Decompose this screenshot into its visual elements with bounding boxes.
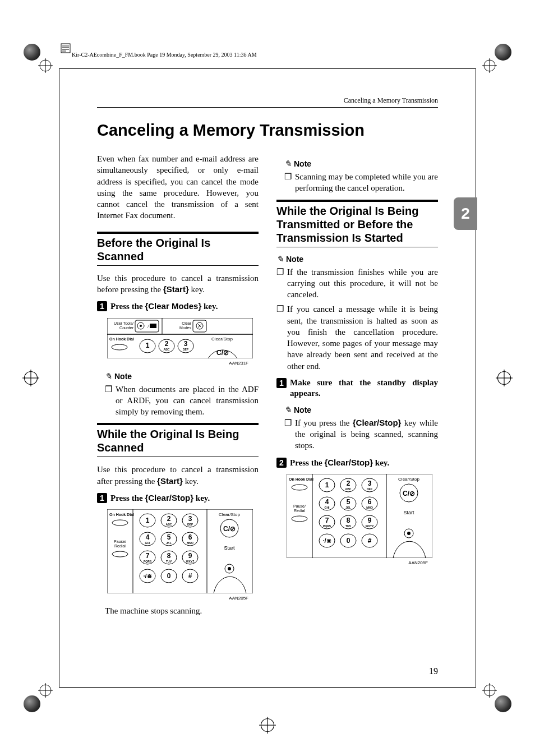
header-meta: Kir-C2-AEcombine_F_FM.book Page 19 Monda…	[72, 52, 257, 58]
svg-text:Start: Start	[403, 510, 414, 515]
page-content: Canceling a Memory Transmission Cancelin…	[59, 68, 476, 688]
svg-text:DEF: DEF	[183, 348, 188, 351]
section2-heading: While the Original Is Being Scanned	[97, 423, 259, 457]
crop-mark-bottom-right	[488, 689, 511, 712]
svg-rect-21	[61, 44, 70, 53]
step-number-1: 1	[276, 378, 287, 388]
target-left	[22, 370, 39, 386]
svg-text:Counter: Counter	[119, 326, 134, 330]
note-label: Note	[294, 159, 311, 168]
bullet-icon: ❒	[276, 266, 284, 301]
svg-text:7: 7	[325, 517, 329, 524]
svg-point-59	[112, 551, 128, 557]
section3-step1-note-head: ✎ Note	[276, 405, 438, 415]
svg-text:WXYZ: WXYZ	[366, 524, 373, 528]
keypad-figure-left: On Hook Dial Pause/ Redial 1 2ABC 3DEF 4…	[107, 509, 259, 593]
svg-text:2: 2	[165, 340, 169, 348]
bullet-icon: ❒	[276, 303, 284, 372]
keypad-figure-right: On Hook Dial Pause/ Redial 1 2ABC 3DEF 4…	[287, 474, 438, 558]
target-bottom	[259, 717, 276, 734]
svg-text:#: #	[368, 537, 372, 545]
target-right	[496, 370, 513, 386]
svg-text:TUV: TUV	[345, 524, 352, 528]
crop-mark-bottom-left	[24, 689, 47, 712]
svg-text:Start: Start	[224, 545, 235, 551]
section2-body: Use this procedure to cancel a transmiss…	[97, 464, 259, 487]
svg-text:C/⊘: C/⊘	[403, 490, 415, 497]
fig1-code: AAN231F	[97, 361, 248, 366]
section2-step1: 1 Press the {Clear/Stop} key.	[97, 492, 259, 504]
section3-heading: While the Original Is Being Transmitted …	[276, 200, 438, 247]
step2-text: Press the {Clear/Stop} key.	[290, 457, 389, 469]
fig2-code: AAN205F	[97, 596, 248, 601]
svg-text:GHI: GHI	[325, 506, 330, 509]
svg-text:C/⊘: C/⊘	[223, 525, 236, 533]
svg-text:0: 0	[167, 572, 171, 580]
svg-text:#: #	[188, 572, 192, 580]
svg-text:0: 0	[347, 537, 350, 545]
svg-text:Redial: Redial	[114, 544, 126, 548]
section1-body: Use this procedure to cancel a transmiss…	[97, 273, 259, 296]
crop-mark-top-right	[488, 44, 511, 67]
svg-text:Clear/Stop: Clear/Stop	[398, 477, 419, 482]
svg-text:ABC: ABC	[164, 348, 170, 351]
svg-text:5: 5	[347, 498, 350, 506]
svg-text:3: 3	[184, 340, 188, 348]
bullet-icon: ❒	[284, 417, 292, 451]
svg-rect-52	[107, 509, 253, 593]
svg-text:4: 4	[146, 533, 150, 541]
svg-text:Pause/: Pause/	[293, 504, 306, 508]
note-label: Note	[286, 255, 303, 264]
svg-text:·/⋇: ·/⋇	[143, 573, 151, 579]
svg-text:DEF: DEF	[367, 487, 372, 491]
note-label: Note	[294, 405, 311, 414]
svg-text:JKL: JKL	[345, 506, 350, 509]
section1-step1: 1 Press the {Clear Modes} key.	[97, 301, 259, 312]
svg-text:C/⊘: C/⊘	[216, 349, 229, 357]
svg-text:JKL: JKL	[166, 541, 171, 545]
svg-text:7: 7	[146, 552, 150, 560]
svg-text:MNO: MNO	[366, 506, 373, 509]
svg-text:WXYZ: WXYZ	[186, 560, 194, 563]
page-number: 19	[429, 666, 438, 676]
svg-text:PQRS: PQRS	[144, 560, 152, 563]
section2-closing: The machine stops scanning.	[97, 605, 259, 616]
svg-text:TUV: TUV	[166, 560, 172, 563]
svg-text:User Tools/: User Tools/	[114, 321, 133, 325]
svg-text:2: 2	[167, 515, 171, 523]
bullet-icon: ❒	[284, 171, 292, 194]
chapter-tab: 2	[454, 197, 477, 230]
svg-point-32	[140, 325, 142, 327]
page-title: Canceling a Memory Transmission	[97, 121, 438, 140]
right-top-note-head: ✎ Note	[276, 159, 438, 169]
svg-text:Clear/Stop: Clear/Stop	[219, 512, 240, 517]
alignment-icon	[61, 43, 71, 53]
section3-step1-note: ❒ If you press the {Clear/Stop} key whil…	[284, 417, 438, 451]
section1-note-head: ✎ Note	[97, 371, 259, 381]
step1-text: Press the {Clear Modes} key.	[110, 301, 218, 312]
section3-step1: 1 Make sure that the standby display app…	[276, 377, 438, 399]
svg-text:3: 3	[188, 515, 192, 523]
section3-note-head: ✎ Note	[276, 254, 438, 264]
svg-text:PQRS: PQRS	[323, 524, 331, 528]
svg-text:DEF: DEF	[187, 523, 193, 526]
svg-text:On Hook Dial: On Hook Dial	[109, 513, 134, 517]
section1-note-item: ❒ When documents are placed in the ADF o…	[105, 384, 259, 418]
svg-text:ABC: ABC	[345, 487, 352, 491]
svg-text:1: 1	[146, 342, 150, 349]
svg-text:/: /	[147, 324, 149, 329]
svg-rect-98	[287, 474, 432, 558]
right-top-note-item: ❒ Scanning may be completed while you ar…	[284, 171, 438, 194]
step-number-1: 1	[97, 493, 107, 503]
svg-rect-34	[150, 324, 156, 328]
svg-text:On Hook Dial: On Hook Dial	[109, 337, 134, 341]
note-label: Note	[114, 372, 132, 381]
step1-text: Press the {Clear/Stop} key.	[110, 492, 210, 504]
svg-text:Redial: Redial	[294, 509, 305, 513]
svg-text:9: 9	[368, 517, 372, 524]
svg-text:4: 4	[325, 498, 329, 506]
svg-text:8: 8	[347, 517, 350, 524]
svg-text:GHI: GHI	[145, 541, 151, 545]
svg-text:3: 3	[368, 480, 372, 487]
svg-point-41	[112, 344, 127, 350]
